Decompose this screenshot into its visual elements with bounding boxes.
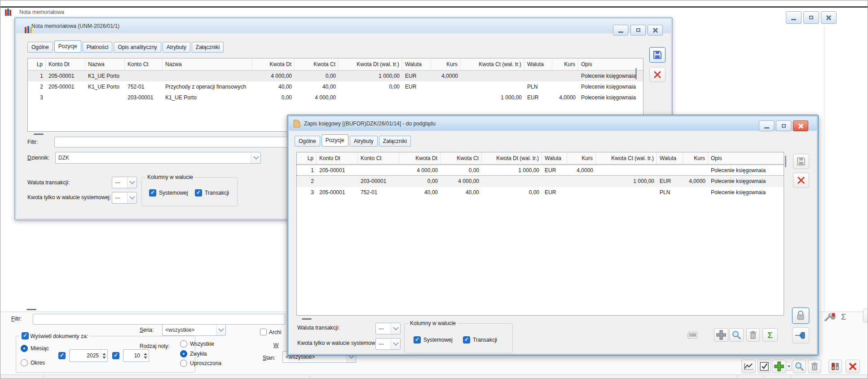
chevron-down-icon[interactable] <box>216 325 225 335</box>
dziennik-combo[interactable]: DZK <box>55 152 261 164</box>
column-header[interactable]: Opis <box>578 58 643 70</box>
table-row[interactable]: 3205-00001752-0140,0040,000,00EURPLNPole… <box>297 187 784 198</box>
table-row[interactable]: 3203-00001K1_UE Porto0,004 000,001 000,0… <box>28 92 643 103</box>
year-checkbox[interactable] <box>58 352 66 359</box>
systemowej-checkbox[interactable] <box>149 189 156 196</box>
add-button[interactable] <box>772 360 786 373</box>
chevron-down-icon[interactable] <box>251 152 260 163</box>
column-header[interactable]: Konto Ct <box>125 58 163 70</box>
search-button[interactable] <box>793 360 806 373</box>
radio-uproszczona[interactable] <box>180 360 187 367</box>
close-list-button[interactable] <box>846 360 860 373</box>
tab-płatności[interactable]: Płatności <box>83 42 113 53</box>
table-row[interactable]: 1205-00001K1_UE Porto4 000,000,001 000,0… <box>28 71 643 81</box>
column-header[interactable]: Konto Dt <box>317 152 358 164</box>
column-header[interactable]: Lp <box>297 152 317 164</box>
column-header[interactable]: Konto Ct <box>358 152 399 164</box>
delete-button[interactable] <box>746 328 760 342</box>
chevron-down-icon[interactable] <box>391 339 400 349</box>
save-button-disabled[interactable] <box>793 154 809 169</box>
right-edge-button[interactable] <box>863 309 868 322</box>
main-maximize-button[interactable] <box>803 11 819 24</box>
main-minimize-button[interactable] <box>786 11 802 24</box>
year-spin-arrows[interactable] <box>101 350 107 361</box>
search-button[interactable] <box>729 328 744 342</box>
filter-input[interactable] <box>33 314 285 325</box>
sum-button[interactable]: Σ <box>762 328 778 342</box>
main-close-button[interactable] <box>821 11 837 24</box>
nota-close-button[interactable] <box>648 25 663 36</box>
select-button[interactable] <box>758 360 771 373</box>
chevron-down-icon[interactable] <box>127 177 137 188</box>
transakcji-checkbox[interactable] <box>463 336 470 343</box>
column-header[interactable]: Kwota Ct <box>441 152 482 164</box>
tab-załączniki[interactable]: Załączniki <box>192 42 224 53</box>
year-stepper[interactable]: 2025 <box>69 349 108 362</box>
tab-atrybuty[interactable]: Atrybuty <box>350 136 378 147</box>
radio-zwykla[interactable] <box>180 350 187 357</box>
column-header[interactable]: Waluta <box>524 58 552 70</box>
tab-ogólne[interactable]: Ogólne <box>27 42 53 53</box>
nota-maximize-button[interactable] <box>630 25 646 36</box>
column-header[interactable]: Opis <box>708 152 784 164</box>
table-row[interactable]: 1205-000014 000,000,001 000,00EUR4,0000P… <box>297 165 784 176</box>
delete-button[interactable] <box>808 360 821 373</box>
ledger-button[interactable] <box>828 360 842 373</box>
table-row[interactable]: 2205-00001K1_UE Porto752-01Przychody z o… <box>28 81 643 92</box>
column-header[interactable]: Kurs <box>552 58 578 70</box>
month-checkbox[interactable] <box>112 352 119 359</box>
display-documents-checkbox[interactable] <box>22 332 29 339</box>
column-header[interactable]: Nazwa <box>85 58 125 70</box>
chevron-down-icon[interactable] <box>127 192 137 203</box>
column-header[interactable]: Kwota Dt <box>399 152 441 164</box>
table-scrollbar[interactable] <box>635 68 637 80</box>
kwota-systemowa-combo[interactable]: --- <box>112 192 137 204</box>
column-header[interactable]: Kwota Ct <box>295 58 339 70</box>
splitter-handle[interactable] <box>26 309 36 310</box>
lock-button[interactable] <box>792 308 809 324</box>
waluta-transakcji-combo[interactable]: --- <box>375 323 401 334</box>
sum-icon[interactable]: Σ <box>841 312 846 321</box>
tab-pozycje[interactable]: Pozycje <box>322 134 348 147</box>
nm-button[interactable]: ↓NM <box>684 328 700 342</box>
column-header[interactable]: Kwota Dt (wal. tr.) <box>482 152 542 164</box>
tab-ogólne[interactable]: Ogólne <box>295 136 320 147</box>
splitter-handle[interactable] <box>34 134 44 135</box>
radio-miesiac[interactable] <box>21 345 28 352</box>
column-header[interactable]: Konto Dt <box>46 58 85 70</box>
chart-button[interactable] <box>741 360 756 373</box>
zapis-minimize-button[interactable] <box>759 120 774 131</box>
cancel-button[interactable] <box>649 67 665 82</box>
column-header[interactable]: Kwota Dt (wal. tr.) <box>339 58 402 70</box>
add-button-disabled[interactable] <box>714 328 728 342</box>
tab-opis-analityczny[interactable]: Opis analityczny <box>114 42 161 53</box>
tab-atrybuty[interactable]: Atrybuty <box>163 42 190 53</box>
table-row[interactable]: 2203-000010,004 000,001 000,00EUR4,0000P… <box>297 176 784 187</box>
kwota-systemowa-combo[interactable]: --- <box>375 338 401 350</box>
month-stepper[interactable]: 10 <box>123 349 149 362</box>
month-spin-arrows[interactable] <box>142 350 149 361</box>
column-header[interactable]: Kwota Ct (wal. tr.) <box>596 152 657 164</box>
pin-button[interactable] <box>792 327 809 343</box>
column-header[interactable]: Waluta <box>542 152 567 164</box>
column-header[interactable]: Kurs <box>567 152 596 164</box>
column-header[interactable]: Kurs <box>683 152 708 164</box>
archiwalne-checkbox[interactable] <box>260 329 267 335</box>
tab-pozycje[interactable]: Pozycje <box>54 40 81 53</box>
cancel-button[interactable] <box>793 173 809 188</box>
save-button[interactable] <box>649 47 665 62</box>
splitter-handle[interactable] <box>302 318 312 320</box>
column-header[interactable]: Kwota Ct (wal. tr.) <box>461 58 524 70</box>
systemowej-checkbox[interactable] <box>414 336 421 343</box>
chevron-down-icon[interactable] <box>391 323 400 334</box>
column-header[interactable]: Waluta <box>657 152 683 164</box>
radio-wszystkie[interactable] <box>180 340 187 348</box>
radio-okres[interactable] <box>21 359 28 366</box>
nota-titlebar[interactable]: Nota memoriałowa (UNM-2026/01/1) <box>16 19 671 33</box>
zapis-maximize-button[interactable] <box>776 120 791 131</box>
column-header[interactable]: Kurs <box>431 58 461 70</box>
zapis-close-button[interactable] <box>793 120 808 131</box>
add-dropdown-caret[interactable] <box>786 362 792 371</box>
tab-załączniki[interactable]: Załączniki <box>379 136 411 147</box>
wrench-icon[interactable] <box>823 312 837 324</box>
